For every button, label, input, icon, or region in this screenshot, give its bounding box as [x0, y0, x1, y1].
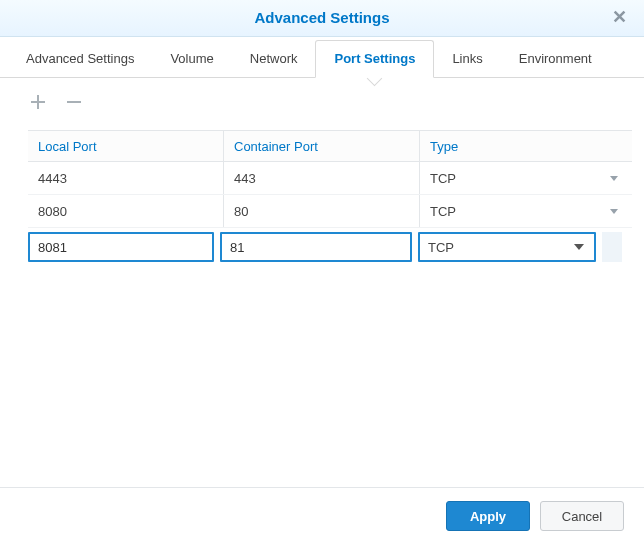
- port-table: Local Port Container Port Type 4443443TC…: [28, 130, 632, 264]
- close-icon[interactable]: ✕: [604, 0, 634, 36]
- row-toolbar: [28, 92, 624, 112]
- cell-local-port: 4443: [28, 162, 224, 194]
- titlebar: Advanced Settings ✕: [0, 0, 644, 37]
- cell-container-port: 80: [224, 195, 420, 227]
- tab-advanced-settings[interactable]: Advanced Settings: [8, 41, 152, 77]
- cell-local-port: 8080: [28, 195, 224, 227]
- container-port-input[interactable]: [220, 232, 412, 262]
- chevron-down-icon: [610, 176, 618, 181]
- table-header: Local Port Container Port Type: [28, 131, 632, 162]
- type-select[interactable]: TCP: [418, 232, 596, 262]
- col-local-port[interactable]: Local Port: [28, 131, 224, 161]
- tab-environment[interactable]: Environment: [501, 41, 610, 77]
- cell-type-value: TCP: [430, 204, 456, 219]
- cell-type[interactable]: TCP: [420, 162, 632, 194]
- plus-icon[interactable]: [28, 92, 48, 112]
- local-port-input[interactable]: [28, 232, 214, 262]
- cell-type-value: TCP: [430, 171, 456, 186]
- chevron-down-icon: [574, 244, 584, 250]
- col-container-port[interactable]: Container Port: [224, 131, 420, 161]
- cell-container-port: 443: [224, 162, 420, 194]
- footer: Apply Cancel: [0, 487, 644, 544]
- cell-type[interactable]: TCP: [420, 195, 632, 227]
- row-trailing-strip: [602, 232, 622, 262]
- window-title: Advanced Settings: [254, 9, 389, 26]
- table-row[interactable]: 808080TCP: [28, 195, 632, 228]
- table-row[interactable]: 4443443TCP: [28, 162, 632, 195]
- tab-bar: Advanced SettingsVolumeNetworkPort Setti…: [0, 37, 644, 78]
- minus-icon[interactable]: [64, 92, 84, 112]
- chevron-down-icon: [610, 209, 618, 214]
- tab-links[interactable]: Links: [434, 41, 500, 77]
- col-type[interactable]: Type: [420, 131, 632, 161]
- body: Local Port Container Port Type 4443443TC…: [0, 78, 644, 496]
- tab-port-settings[interactable]: Port Settings: [315, 40, 434, 78]
- apply-button[interactable]: Apply: [446, 501, 530, 531]
- tab-volume[interactable]: Volume: [152, 41, 231, 77]
- table-edit-row: TCP: [28, 230, 632, 264]
- cancel-button[interactable]: Cancel: [540, 501, 624, 531]
- tab-network[interactable]: Network: [232, 41, 316, 77]
- type-select-value: TCP: [428, 240, 454, 255]
